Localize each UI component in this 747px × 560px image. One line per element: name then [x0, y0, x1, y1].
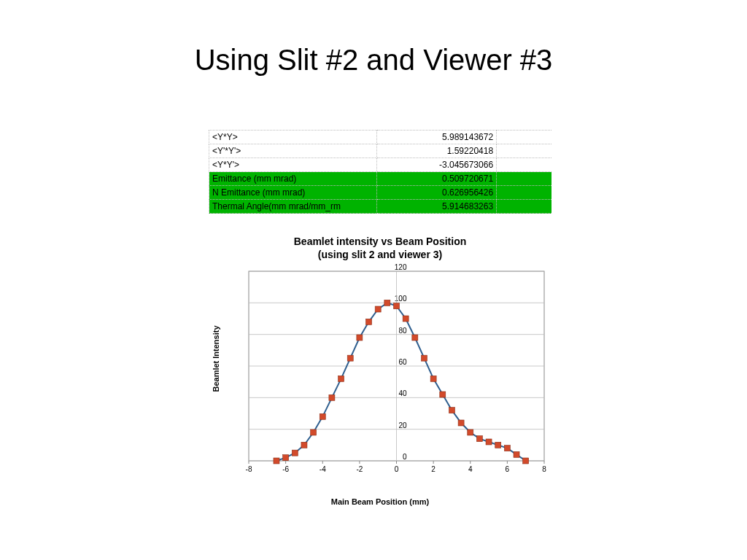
blank-cell: [497, 172, 551, 186]
svg-rect-34: [274, 458, 279, 464]
svg-text:60: 60: [398, 358, 407, 366]
param-label: N Emittance (mm mrad): [209, 186, 377, 200]
svg-rect-52: [440, 392, 446, 397]
blank-cell: [497, 186, 551, 200]
svg-rect-55: [468, 429, 473, 435]
svg-rect-58: [495, 442, 501, 448]
param-value: 0.509720671: [377, 172, 497, 186]
param-label: <Y'*Y'>: [209, 144, 377, 158]
svg-rect-43: [357, 335, 363, 341]
table-row: <Y*Y>5.989143672: [209, 131, 552, 144]
svg-rect-45: [375, 306, 381, 312]
blank-cell: [497, 158, 551, 172]
table-row: Thermal Angle(mm mrad/mm_rm5.914683263: [209, 200, 552, 214]
svg-rect-41: [338, 376, 344, 381]
svg-rect-50: [421, 355, 427, 361]
param-value: 1.59220418: [377, 144, 497, 158]
svg-text:0: 0: [395, 465, 399, 473]
param-label: <Y*Y'>: [209, 158, 377, 172]
parameter-table: <Y*Y>5.989143672<Y'*Y'>1.59220418<Y*Y'>-…: [209, 130, 551, 225]
svg-rect-44: [366, 319, 372, 324]
blank-cell: [497, 131, 551, 144]
svg-text:8: 8: [542, 465, 546, 473]
svg-rect-39: [320, 413, 325, 419]
svg-rect-38: [311, 429, 317, 435]
svg-text:4: 4: [468, 465, 473, 473]
chart: Beamlet intensity vs Beam Position (usin…: [209, 236, 551, 498]
svg-rect-49: [412, 335, 418, 341]
param-value: -3.045673066: [377, 158, 497, 172]
table-row: N Emittance (mm mrad)0.626956426: [209, 186, 552, 200]
svg-rect-61: [523, 458, 529, 464]
content-block: <Y*Y>5.989143672<Y'*Y'>1.59220418<Y*Y'>-…: [209, 130, 551, 498]
svg-rect-51: [430, 376, 436, 381]
svg-text:120: 120: [395, 264, 407, 271]
x-axis-label: Main Beam Position (mm): [209, 497, 551, 506]
param-value: 5.914683263: [377, 200, 497, 214]
blank-cell: [497, 144, 551, 158]
svg-text:80: 80: [398, 327, 407, 335]
plot-area: Beamlet Intensity 020406080100120-8-6-4-…: [209, 264, 551, 483]
svg-rect-60: [514, 451, 519, 457]
svg-text:-2: -2: [356, 465, 363, 473]
chart-title: Beamlet intensity vs Beam Position (usin…: [209, 236, 551, 261]
table-row: <Y'*Y'>1.59220418: [209, 144, 552, 158]
chart-title-line1: Beamlet intensity vs Beam Position: [294, 236, 467, 247]
svg-rect-54: [458, 420, 464, 426]
svg-text:-6: -6: [282, 465, 289, 473]
table-row: Emittance (mm mrad)0.509720671: [209, 172, 552, 186]
svg-rect-36: [292, 450, 298, 456]
param-label: Emittance (mm mrad): [209, 172, 377, 186]
svg-text:6: 6: [506, 465, 510, 473]
svg-text:20: 20: [398, 421, 407, 429]
svg-rect-35: [283, 455, 289, 461]
svg-rect-46: [384, 300, 390, 306]
svg-rect-59: [504, 446, 510, 451]
plot-svg: 020406080100120-8-6-4-202468: [209, 264, 551, 490]
svg-rect-42: [347, 355, 353, 361]
svg-rect-57: [486, 439, 492, 445]
svg-rect-47: [394, 303, 400, 309]
blank-cell: [497, 200, 551, 214]
svg-text:0: 0: [403, 453, 407, 461]
svg-rect-37: [301, 442, 307, 448]
svg-rect-53: [449, 408, 454, 413]
param-value: 0.626956426: [377, 186, 497, 200]
param-label: Thermal Angle(mm mrad/mm_rm: [209, 200, 377, 214]
svg-text:-8: -8: [246, 465, 252, 473]
svg-text:-4: -4: [320, 465, 326, 473]
page-title: Using Slit #2 and Viewer #3: [0, 44, 747, 77]
param-value: 5.989143672: [377, 131, 497, 144]
svg-rect-40: [329, 394, 335, 400]
svg-rect-56: [476, 436, 482, 442]
svg-rect-48: [403, 316, 409, 322]
svg-text:2: 2: [431, 465, 436, 473]
svg-text:40: 40: [398, 389, 407, 397]
param-label: <Y*Y>: [209, 131, 377, 144]
chart-title-line2: (using slit 2 and viewer 3): [318, 249, 442, 260]
slide: Using Slit #2 and Viewer #3 <Y*Y>5.98914…: [0, 0, 747, 560]
table-row: <Y*Y'>-3.045673066: [209, 158, 552, 172]
